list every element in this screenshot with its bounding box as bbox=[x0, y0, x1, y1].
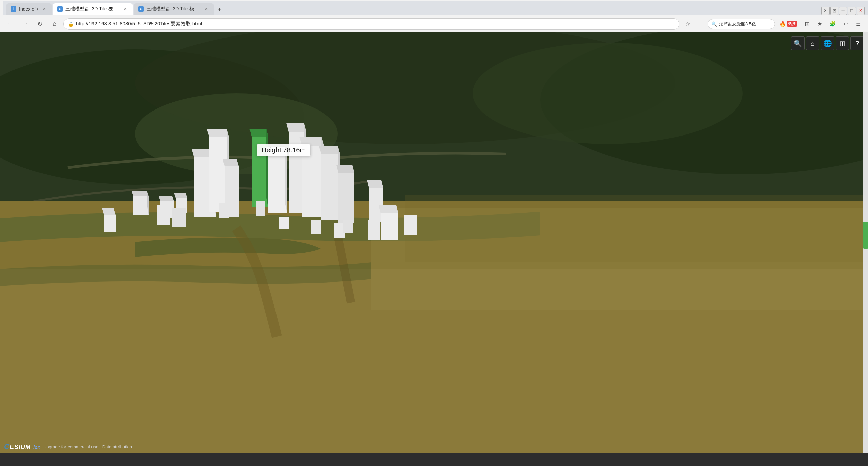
window-controls-right: 3 ⊡ ─ □ ✕ bbox=[821, 7, 865, 15]
svg-marker-23 bbox=[207, 129, 229, 137]
svg-marker-34 bbox=[286, 123, 306, 132]
right-scrollbar[interactable] bbox=[863, 32, 868, 453]
back-icon: ← bbox=[7, 20, 13, 27]
cesium-bottom-bar: CESIUM ion Upgrade for commercial use. D… bbox=[0, 441, 868, 453]
refresh-button[interactable]: ↻ bbox=[34, 18, 46, 30]
svg-rect-51 bbox=[311, 220, 321, 234]
svg-marker-11 bbox=[132, 191, 149, 196]
tab-favicon-active: ● bbox=[57, 6, 63, 12]
svg-rect-50 bbox=[279, 217, 289, 229]
svg-rect-57 bbox=[404, 215, 417, 235]
grid-apps-button[interactable]: ⊞ bbox=[801, 18, 813, 30]
url-text: http://192.168.3.51:8080/5_5_3D%20Tiles要… bbox=[76, 21, 202, 27]
puzzle-icon: 🧩 bbox=[829, 21, 836, 27]
home-button[interactable]: ⌂ bbox=[49, 18, 61, 30]
tab-close-active-button[interactable]: ✕ bbox=[122, 6, 128, 12]
svg-marker-47 bbox=[102, 208, 116, 215]
hot-search-button[interactable]: 🔥 热搜 bbox=[777, 18, 800, 30]
tab-bar: i Index of / ✕ ● 三维模型篇_3D Tiles要素拾取 ✕ ● … bbox=[3, 1, 868, 15]
svg-rect-53 bbox=[343, 220, 353, 233]
cesium-home-button[interactable]: ⌂ bbox=[806, 36, 819, 50]
nav-bar: ← → ↻ ⌂ 🔒 http://192.168.3.51:8080/5_5_3… bbox=[0, 16, 868, 32]
cesium-c-letter: C bbox=[4, 442, 10, 451]
tab-close-3-button[interactable]: ✕ bbox=[203, 6, 209, 12]
cesium-globe-icon: 🌐 bbox=[823, 39, 832, 47]
tab-3dtiles-model[interactable]: ● 三维模型篇_3D Tiles模型单... ✕ bbox=[134, 3, 214, 15]
hamburger-icon: ☰ bbox=[856, 21, 861, 27]
svg-rect-49 bbox=[256, 201, 265, 216]
svg-rect-30 bbox=[268, 156, 287, 213]
more-options-button[interactable]: ··· bbox=[695, 18, 706, 30]
tab-favicon-3: ● bbox=[138, 6, 144, 12]
svg-marker-45 bbox=[367, 180, 383, 188]
cesium-globe-button[interactable]: 🌐 bbox=[821, 36, 834, 50]
minimize-button[interactable]: ─ bbox=[839, 7, 847, 15]
height-tooltip: Height:78.16m bbox=[257, 144, 311, 156]
grid-icon: ⊞ bbox=[805, 20, 810, 28]
cesium-help-icon: ? bbox=[856, 40, 859, 47]
browser-menu-button[interactable]: ☰ bbox=[852, 18, 864, 30]
forward-button[interactable]: → bbox=[19, 18, 31, 30]
3d-scene bbox=[0, 32, 868, 453]
svg-rect-56 bbox=[368, 220, 380, 240]
svg-rect-42 bbox=[338, 173, 354, 223]
cesium-logo: CESIUM ion bbox=[4, 442, 41, 451]
tab-label: Index of / bbox=[19, 6, 38, 12]
cesium-layers-icon: ◫ bbox=[840, 40, 845, 47]
tab-close-button[interactable]: ✕ bbox=[41, 6, 47, 12]
cesium-help-button[interactable]: ? bbox=[850, 36, 864, 50]
svg-marker-32 bbox=[285, 147, 287, 213]
svg-point-5 bbox=[473, 43, 743, 144]
undo-icon: ↩ bbox=[843, 21, 848, 27]
bookmark-star-button[interactable]: ☆ bbox=[682, 18, 693, 30]
svg-rect-17 bbox=[157, 205, 170, 225]
svg-rect-46 bbox=[104, 215, 116, 232]
hot-badge: 热搜 bbox=[787, 21, 797, 27]
maximize-button[interactable]: □ bbox=[848, 7, 856, 15]
forward-icon: → bbox=[22, 20, 28, 27]
search-text: 烟草副总受贿3.5亿 bbox=[719, 21, 756, 27]
svg-marker-43 bbox=[336, 165, 354, 173]
svg-rect-48 bbox=[219, 203, 229, 218]
home-nav-icon: ⌂ bbox=[53, 20, 57, 27]
cesium-layers-button[interactable]: ◫ bbox=[836, 36, 849, 50]
svg-marker-40 bbox=[319, 146, 340, 154]
upgrade-link[interactable]: Upgrade for commercial use. bbox=[43, 444, 100, 449]
search-cesium-icon: 🔍 bbox=[794, 39, 802, 47]
svg-marker-16 bbox=[174, 193, 187, 198]
tab-label-active: 三维模型篇_3D Tiles要素拾取 bbox=[65, 6, 120, 12]
back-button[interactable]: ← bbox=[4, 18, 16, 30]
svg-marker-55 bbox=[379, 205, 398, 213]
favorites-button[interactable]: ★ bbox=[814, 18, 825, 30]
lock-icon: 🔒 bbox=[68, 21, 73, 27]
restore-button[interactable]: ⊡ bbox=[830, 7, 838, 15]
svg-rect-39 bbox=[321, 154, 340, 220]
tab-3dtiles-pickup[interactable]: ● 三维模型篇_3D Tiles要素拾取 ✕ bbox=[53, 3, 133, 15]
extensions-button[interactable]: 🧩 bbox=[827, 18, 838, 30]
cesium-wordmark: CESIUM bbox=[4, 444, 33, 450]
address-bar[interactable]: 🔒 http://192.168.3.51:8080/5_5_3D%20Tile… bbox=[63, 18, 679, 30]
star-icon: ☆ bbox=[685, 21, 690, 27]
cesium-viewer[interactable]: Height:78.16m 🔍 ⌂ 🌐 ◫ ? CESIUM bbox=[0, 32, 868, 453]
tab-favicon: i bbox=[11, 6, 16, 12]
nav-right-toolbar: ☆ ··· 🔍 烟草副总受贿3.5亿 🔥 热搜 ⊞ ★ 🧩 bbox=[682, 18, 864, 30]
cesium-toolbar: 🔍 ⌂ 🌐 ◫ ? bbox=[791, 36, 864, 50]
svg-rect-54 bbox=[381, 213, 398, 240]
undo-button[interactable]: ↩ bbox=[840, 18, 851, 30]
search-bar[interactable]: 🔍 烟草副总受贿3.5亿 bbox=[708, 19, 775, 29]
cesium-ion-text: ion bbox=[33, 445, 41, 450]
close-window-button[interactable]: ✕ bbox=[857, 7, 865, 15]
svg-rect-10 bbox=[133, 196, 149, 215]
attribution-link[interactable]: Data attribution bbox=[102, 444, 132, 449]
new-tab-button[interactable]: + bbox=[215, 5, 225, 15]
cesium-home-icon: ⌂ bbox=[811, 40, 815, 47]
tab-index-of[interactable]: i Index of / ✕ bbox=[6, 3, 52, 15]
svg-marker-26 bbox=[223, 159, 239, 166]
title-bar: i Index of / ✕ ● 三维模型篇_3D Tiles要素拾取 ✕ ● … bbox=[0, 0, 868, 16]
scrollbar-thumb bbox=[863, 222, 868, 249]
cesium-search-button[interactable]: 🔍 bbox=[791, 36, 805, 50]
svg-rect-9 bbox=[405, 195, 868, 262]
ellipsis-icon: ··· bbox=[698, 21, 703, 27]
favorites-icon: ★ bbox=[817, 21, 822, 27]
browser-chrome: i Index of / ✕ ● 三维模型篇_3D Tiles要素拾取 ✕ ● … bbox=[0, 0, 868, 32]
